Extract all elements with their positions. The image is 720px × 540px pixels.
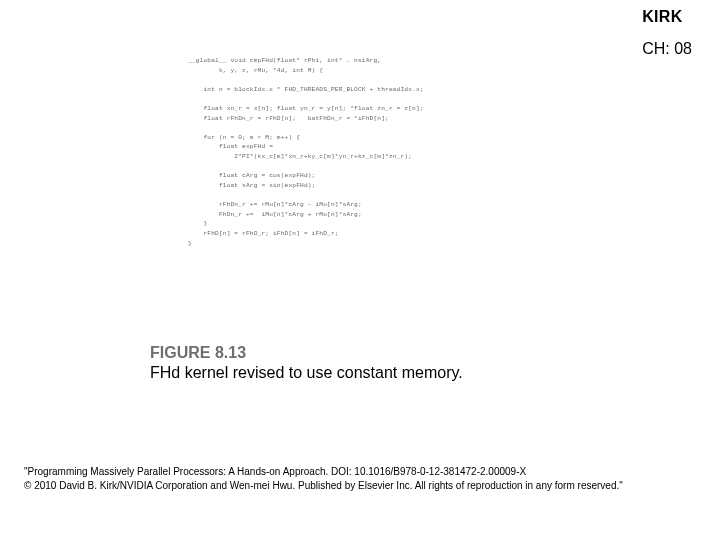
chapter-label: CH: 08 xyxy=(642,40,692,58)
figure-caption: FHd kernel revised to use constant memor… xyxy=(150,364,463,382)
footer-line-1: "Programming Massively Parallel Processo… xyxy=(24,465,694,479)
code-listing: __global__ void cmpFHd(float* rPhi, int*… xyxy=(188,56,568,266)
book-abbr: KIRK xyxy=(642,8,692,26)
footer-citation: "Programming Massively Parallel Processo… xyxy=(24,465,694,492)
figure-label: FIGURE 8.13 xyxy=(150,344,463,362)
figure-caption-block: FIGURE 8.13 FHd kernel revised to use co… xyxy=(150,344,463,382)
footer-line-2: © 2010 David B. Kirk/NVIDIA Corporation … xyxy=(24,479,694,493)
header-right: KIRK CH: 08 xyxy=(642,8,692,58)
